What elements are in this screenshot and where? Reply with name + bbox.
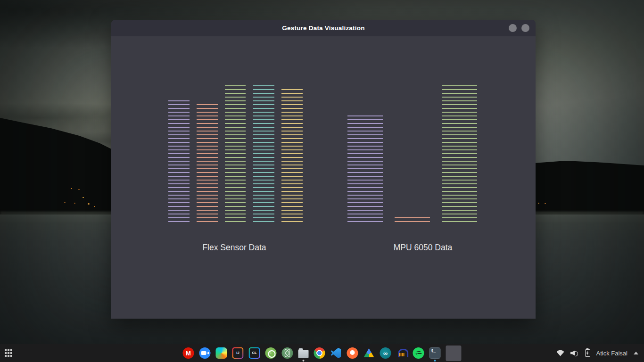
drive-icon[interactable] (363, 347, 375, 359)
bottom-panel: MIJCL∞$_ Atick Faisal (0, 344, 644, 362)
postman-icon[interactable] (347, 347, 358, 359)
flex-bar-sensor-5 (281, 89, 303, 222)
arduino-icon[interactable]: ∞ (380, 347, 391, 359)
flex-bar-sensor-2 (197, 104, 218, 222)
user-name[interactable]: Atick Faisal (596, 350, 627, 357)
vscode-icon[interactable] (330, 347, 342, 359)
files-icon[interactable] (298, 350, 309, 358)
atom-icon[interactable] (282, 347, 293, 359)
dock: MIJCL∞$_ (183, 344, 462, 362)
android-studio-icon[interactable] (265, 347, 277, 359)
active-app-icon[interactable] (446, 346, 462, 361)
battery-charging-icon[interactable] (585, 349, 590, 357)
show-applications-button[interactable] (5, 349, 12, 357)
flex-bar-sensor-4 (253, 85, 274, 222)
zoom-icon[interactable] (199, 347, 211, 359)
mega-icon[interactable]: M (183, 347, 194, 359)
clion-icon[interactable]: CL (249, 347, 260, 359)
terminal-icon[interactable]: $_ (429, 347, 441, 359)
charging-bolt-icon (586, 351, 589, 355)
spotify-icon[interactable] (413, 347, 424, 359)
chevron-up-icon[interactable] (634, 352, 638, 354)
chrome-icon[interactable] (314, 347, 325, 359)
volume-icon[interactable] (570, 350, 579, 357)
mpu-bar-axis-1 (347, 115, 383, 222)
mpu-chart-label: MPU 6050 Data (371, 243, 475, 253)
mpu-bar-axis-3 (442, 85, 477, 222)
flex-chart-label: Flex Sensor Data (168, 243, 300, 253)
wifi-icon[interactable] (557, 350, 564, 356)
pycharm-icon[interactable] (216, 347, 227, 359)
system-tray[interactable]: Atick Faisal (557, 344, 638, 362)
flex-bar-sensor-1 (168, 100, 190, 222)
desktop: Gesture Data Visualization Flex Sensor D… (0, 0, 644, 362)
audacity-icon[interactable] (396, 347, 408, 359)
mpu-bar-axis-2 (395, 217, 430, 222)
gesture-visualization-window: Gesture Data Visualization Flex Sensor D… (111, 20, 536, 319)
flex-bar-sensor-3 (225, 85, 246, 222)
idea-icon[interactable]: IJ (232, 347, 244, 359)
